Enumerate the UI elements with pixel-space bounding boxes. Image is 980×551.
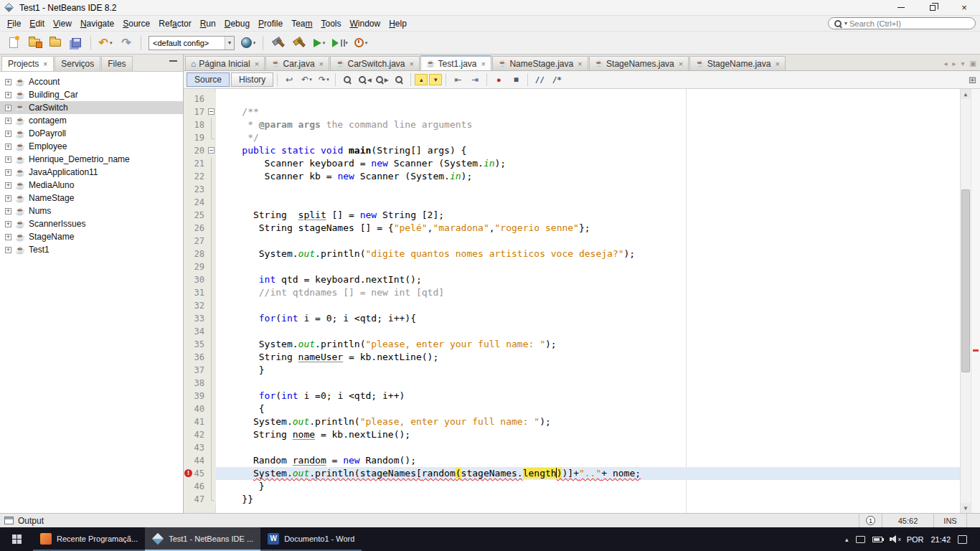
toggle-highlight-button[interactable] bbox=[391, 72, 407, 87]
previous-occurrence-button[interactable]: ▴ bbox=[415, 74, 428, 85]
line-number[interactable]: 44 bbox=[184, 454, 207, 467]
expand-icon[interactable]: + bbox=[5, 208, 11, 215]
line-number[interactable]: 24 bbox=[184, 196, 207, 209]
expand-icon[interactable]: + bbox=[5, 169, 11, 176]
code-line-26[interactable]: 26 String stageNames [] = {"pelé","marad… bbox=[184, 222, 960, 235]
code-line-41[interactable]: 41 System.out.println("please, enter you… bbox=[184, 415, 960, 428]
line-number[interactable]: 27 bbox=[184, 235, 207, 248]
line-number[interactable]: 36 bbox=[184, 351, 207, 364]
code-line-23[interactable]: 23 bbox=[184, 183, 960, 196]
panel-tab-files[interactable]: Files bbox=[101, 56, 132, 71]
editor-tab-p-gina-inicial[interactable]: ⌂Página Inicial× bbox=[185, 56, 265, 70]
minimize-button[interactable] bbox=[885, 0, 917, 15]
project-item-test1[interactable]: +☕Test1 bbox=[0, 243, 183, 256]
tab-list-icon[interactable]: ▾ bbox=[961, 60, 965, 67]
code-line-28[interactable]: 28 System.out.println("digite quantos no… bbox=[184, 248, 960, 260]
editor-tab-test1-java[interactable]: ☕Test1.java× bbox=[420, 55, 491, 70]
restore-button[interactable] bbox=[917, 0, 948, 15]
menu-navigate[interactable]: Navigate bbox=[76, 17, 118, 30]
menu-help[interactable]: Help bbox=[385, 17, 411, 30]
minimize-panel-icon[interactable] bbox=[169, 60, 177, 62]
comment-button[interactable]: // bbox=[532, 72, 547, 87]
project-item-nums[interactable]: +☕Nums bbox=[0, 204, 183, 217]
code-line-34[interactable]: 34 bbox=[184, 325, 960, 338]
menu-window[interactable]: Window bbox=[346, 17, 385, 30]
line-number[interactable]: 47 bbox=[184, 493, 207, 506]
code-line-22[interactable]: 22 Scanner kb = new Scanner (System.in); bbox=[184, 170, 960, 183]
project-item-dopayroll[interactable]: +☕DoPayroll bbox=[0, 127, 183, 140]
find-next-button[interactable]: ▸ bbox=[374, 72, 390, 87]
close-icon[interactable]: × bbox=[481, 60, 486, 68]
expand-icon[interactable]: + bbox=[5, 195, 11, 202]
battery-icon[interactable] bbox=[872, 537, 882, 542]
error-stripe-mark[interactable] bbox=[973, 349, 979, 352]
find-previous-button[interactable]: ◂ bbox=[357, 72, 372, 87]
code-line-24[interactable]: 24 bbox=[184, 196, 960, 209]
action-center-icon[interactable] bbox=[958, 535, 967, 544]
code-line-47[interactable]: 47 }} bbox=[184, 493, 960, 506]
line-number[interactable]: 38 bbox=[184, 377, 207, 390]
code-line-18[interactable]: 18 * @param args the command line argume… bbox=[184, 118, 960, 131]
code-line-21[interactable]: 21 Scanner keyboard = new Scanner (Syste… bbox=[184, 157, 960, 170]
expand-icon[interactable]: + bbox=[5, 79, 11, 85]
code-line-36[interactable]: 36 String nameUser = kb.nextLine(); bbox=[184, 351, 960, 364]
code-line-43[interactable]: 43 bbox=[184, 441, 960, 454]
last-edit-button[interactable]: ↩ bbox=[281, 72, 297, 87]
debug-project-button[interactable]: ▾ bbox=[331, 34, 349, 52]
split-document-icon[interactable]: ⊞ bbox=[969, 75, 976, 85]
code-line-27[interactable]: 27 bbox=[184, 235, 960, 248]
expand-icon[interactable]: + bbox=[5, 182, 11, 189]
line-number[interactable]: 41 bbox=[184, 415, 207, 428]
editor-tab-stagename-java[interactable]: ☕StageName.java× bbox=[689, 56, 786, 70]
code-line-35[interactable]: 35 System.out.println("please, enter you… bbox=[184, 338, 960, 351]
menu-refactor[interactable]: Refactor bbox=[154, 17, 195, 30]
maximize-editor-icon[interactable]: ▣ bbox=[970, 60, 976, 67]
close-icon[interactable]: × bbox=[578, 60, 582, 68]
next-occurrence-button[interactable]: ▾ bbox=[429, 74, 442, 85]
notifications-icon[interactable]: 1 bbox=[866, 516, 875, 525]
scroll-tabs-right-icon[interactable]: ▸ bbox=[952, 60, 956, 67]
line-number[interactable]: 23 bbox=[184, 183, 207, 196]
code-line-25[interactable]: 25 String split [] = new String [2]; bbox=[184, 209, 960, 222]
taskbar-app-documento1-word[interactable]: WDocumento1 - Word bbox=[260, 527, 362, 551]
line-number[interactable]: 33 bbox=[184, 312, 207, 325]
save-all-button[interactable] bbox=[67, 34, 85, 52]
code-line-37[interactable]: 37 } bbox=[184, 364, 960, 377]
close-icon[interactable]: × bbox=[319, 60, 324, 68]
back-button[interactable]: ↶▾ bbox=[298, 72, 314, 87]
open-project-button[interactable] bbox=[46, 34, 65, 52]
tablet-icon[interactable] bbox=[856, 536, 865, 543]
project-item-account[interactable]: +☕Account bbox=[0, 75, 183, 88]
line-number[interactable]: 40 bbox=[184, 402, 207, 415]
menu-run[interactable]: Run bbox=[196, 17, 220, 30]
project-item-scannerissues[interactable]: +☕ScannerIssues bbox=[0, 217, 183, 230]
code-line-32[interactable]: 32 bbox=[184, 299, 960, 312]
editor-tab-car-java[interactable]: ☕Car.java× bbox=[265, 56, 329, 70]
close-icon[interactable]: × bbox=[43, 60, 47, 68]
line-number[interactable]: 32 bbox=[184, 299, 207, 312]
redo-button[interactable]: ↷ bbox=[117, 34, 136, 52]
error-stripe[interactable] bbox=[971, 89, 980, 513]
line-number[interactable]: 39 bbox=[184, 390, 207, 402]
close-icon[interactable]: × bbox=[679, 60, 683, 68]
line-number[interactable]: 30 bbox=[184, 273, 207, 286]
expand-icon[interactable]: + bbox=[5, 221, 11, 227]
expand-icon[interactable]: + bbox=[5, 131, 11, 137]
code-line-19[interactable]: 19 */ bbox=[184, 131, 960, 144]
line-number[interactable]: 20 bbox=[184, 144, 207, 157]
start-macro-button[interactable]: ● bbox=[491, 72, 507, 87]
line-number[interactable]: 26 bbox=[184, 222, 207, 235]
code-line-44[interactable]: 44 Random random = new Random(); bbox=[184, 454, 960, 467]
line-number[interactable]: 19 bbox=[184, 131, 207, 144]
code-line-16[interactable]: 16 bbox=[184, 93, 960, 105]
line-number[interactable]: !45 bbox=[184, 467, 207, 480]
scrollbar-thumb[interactable] bbox=[961, 189, 970, 372]
collapse-fold-icon[interactable]: − bbox=[208, 108, 215, 115]
code-line-46[interactable]: 46 } bbox=[184, 480, 960, 493]
code-line-40[interactable]: 40 { bbox=[184, 402, 960, 415]
project-item-stagename[interactable]: +☕StageName bbox=[0, 230, 183, 243]
find-selection-button[interactable] bbox=[339, 72, 355, 87]
collapse-fold-icon[interactable]: − bbox=[208, 147, 215, 154]
config-select[interactable]: <default config> ▾ bbox=[149, 36, 235, 50]
expand-icon[interactable]: + bbox=[5, 234, 11, 240]
